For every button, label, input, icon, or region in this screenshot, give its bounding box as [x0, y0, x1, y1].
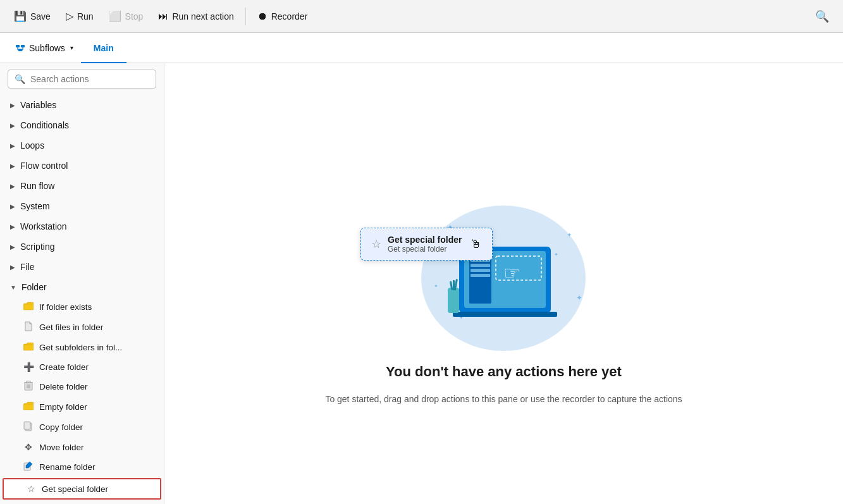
save-icon: 💾 — [14, 10, 27, 22]
drag-preview[interactable]: ☆ Get special folder Get special folder … — [360, 228, 493, 261]
drag-preview-text: Get special folder Get special folder — [388, 235, 462, 254]
svg-rect-1 — [21, 45, 25, 47]
svg-rect-28 — [469, 256, 491, 304]
folder-icon — [23, 302, 34, 312]
tab-bar: Subflows ▾ Main — [0, 33, 843, 63]
svg-rect-31 — [471, 269, 490, 272]
svg-rect-35 — [453, 312, 557, 317]
stop-button[interactable]: ⬜ Stop — [102, 6, 150, 26]
drag-star-icon: ☆ — [371, 237, 381, 251]
search-icon: 🔍 — [815, 9, 829, 23]
sidebar-item-loops[interactable]: ▶ Loops — [0, 135, 164, 156]
run-next-icon: ⏭ — [158, 11, 168, 22]
empty-state: ✦ ✦ ✦ ✦ ✦ ✦ — [325, 126, 682, 479]
sidebar-item-variables[interactable]: ▶ Variables — [0, 95, 164, 115]
chevron-right-icon: ▶ — [10, 243, 15, 250]
empty-folder-icon — [23, 402, 34, 412]
chevron-right-icon: ▶ — [10, 183, 15, 190]
sidebar-item-create-folder[interactable]: ➕ Create folder — [0, 357, 164, 376]
sidebar-item-run-flow[interactable]: ▶ Run flow — [0, 176, 164, 196]
svg-rect-36 — [448, 288, 459, 313]
delete-folder-icon — [23, 381, 34, 393]
tab-main[interactable]: Main — [81, 34, 126, 63]
svg-rect-11 — [27, 381, 30, 383]
sidebar-item-workstation[interactable]: ▶ Workstation — [0, 216, 164, 237]
cursor-icon: 🖱 — [471, 238, 482, 251]
stop-icon: ⬜ — [109, 10, 121, 22]
toolbar: 💾 Save ▷ Run ⬜ Stop ⏭ Run next action ⏺ … — [0, 0, 843, 33]
chevron-right-icon: ▶ — [10, 122, 15, 129]
sidebar: 🔍 ▶ Variables ▶ Conditionals ▶ Loops ▶ F… — [0, 63, 164, 504]
folder-icon — [23, 342, 34, 353]
recorder-icon: ⏺ — [257, 11, 268, 22]
toolbar-right: 🔍 — [809, 6, 835, 27]
file-icon — [23, 321, 34, 333]
chevron-down-icon: ▾ — [70, 44, 73, 51]
search-box[interactable]: 🔍 — [8, 70, 156, 89]
chevron-right-icon: ▶ — [10, 203, 15, 210]
sidebar-item-scripting[interactable]: ▶ Scripting — [0, 237, 164, 257]
sidebar-item-rename-folder[interactable]: Rename folder — [0, 457, 164, 477]
sidebar-item-compression[interactable]: ▶ Compression — [0, 500, 164, 504]
search-icon: 🔍 — [15, 74, 25, 84]
svg-text:✦: ✦ — [434, 283, 438, 289]
run-button[interactable]: ▷ Run — [59, 6, 100, 26]
svg-rect-8 — [23, 345, 34, 350]
content-area: ☆ Get special folder Get special folder … — [164, 63, 843, 504]
star-icon: ☆ — [25, 484, 37, 494]
sidebar-item-delete-folder[interactable]: Delete folder — [0, 376, 164, 397]
recorder-button[interactable]: ⏺ Recorder — [251, 7, 314, 26]
sidebar-item-copy-folder[interactable]: Copy folder — [0, 417, 164, 438]
svg-rect-17 — [24, 422, 30, 429]
chevron-right-icon: ▶ — [10, 102, 15, 109]
sidebar-item-empty-folder[interactable]: Empty folder — [0, 397, 164, 417]
sidebar-item-folder[interactable]: ▼ Folder — [0, 277, 164, 297]
toolbar-divider — [245, 8, 246, 25]
chevron-right-icon: ▶ — [10, 223, 15, 230]
run-next-action-button[interactable]: ⏭ Run next action — [152, 7, 240, 26]
search-button[interactable]: 🔍 — [809, 6, 835, 27]
chevron-down-icon: ▼ — [10, 284, 16, 291]
empty-state-subtitle: To get started, drag and drop actions to… — [325, 393, 682, 406]
svg-text:☞: ☞ — [503, 262, 520, 283]
empty-state-title: You don't have any actions here yet — [386, 364, 622, 380]
move-folder-icon: ✥ — [23, 442, 34, 452]
sidebar-item-if-folder-exists[interactable]: If folder exists — [0, 297, 164, 317]
sidebar-item-system[interactable]: ▶ System — [0, 196, 164, 216]
chevron-right-icon: ▶ — [10, 163, 15, 169]
main-layout: 🔍 ▶ Variables ▶ Conditionals ▶ Loops ▶ F… — [0, 63, 843, 504]
sidebar-item-move-folder[interactable]: ✥ Move folder — [0, 438, 164, 457]
copy-folder-icon — [23, 421, 34, 433]
svg-text:✦: ✦ — [576, 293, 582, 302]
search-input[interactable] — [30, 74, 149, 84]
create-folder-icon: ➕ — [23, 362, 34, 372]
sidebar-item-file[interactable]: ▶ File — [0, 257, 164, 277]
sidebar-item-flow-control[interactable]: ▶ Flow control — [0, 156, 164, 176]
sidebar-item-get-subfolders[interactable]: Get subfolders in fol... — [0, 338, 164, 357]
sidebar-item-conditionals[interactable]: ▶ Conditionals — [0, 115, 164, 135]
chevron-right-icon: ▶ — [10, 142, 15, 149]
sidebar-item-get-files-in-folder[interactable]: Get files in folder — [0, 317, 164, 338]
svg-rect-30 — [471, 264, 490, 267]
subflows-icon — [15, 43, 25, 53]
svg-text:✦: ✦ — [567, 231, 572, 238]
svg-rect-0 — [16, 45, 20, 47]
svg-rect-32 — [471, 274, 490, 277]
chevron-right-icon: ▶ — [10, 264, 15, 271]
save-button[interactable]: 💾 Save — [8, 6, 57, 26]
rename-folder-icon — [23, 461, 34, 473]
folder-sub-items: If folder exists Get files in folder Get… — [0, 297, 164, 500]
svg-rect-7 — [23, 304, 34, 310]
svg-text:✦: ✦ — [554, 252, 558, 257]
svg-rect-15 — [23, 404, 34, 410]
empty-state-illustration: ✦ ✦ ✦ ✦ ✦ ✦ — [409, 199, 598, 351]
run-icon: ▷ — [66, 10, 73, 22]
sidebar-item-get-special-folder[interactable]: ☆ Get special folder — [3, 478, 161, 500]
subflows-button[interactable]: Subflows ▾ — [8, 39, 81, 57]
